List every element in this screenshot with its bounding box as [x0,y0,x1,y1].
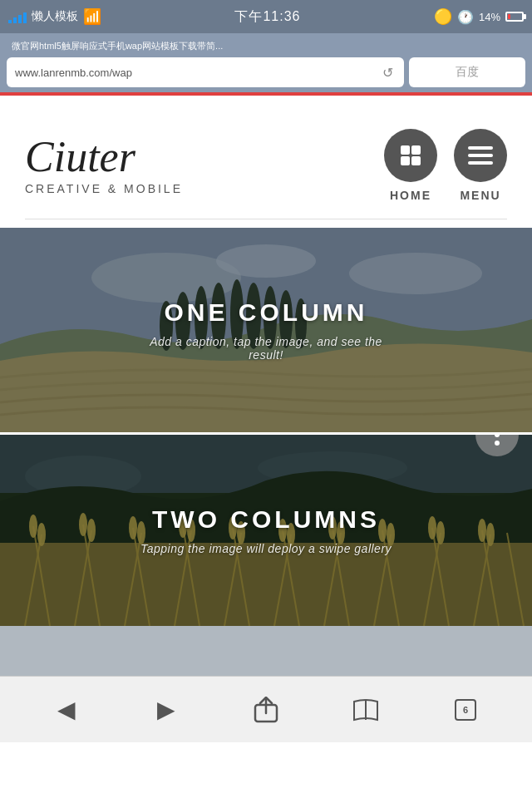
coin-icon: 🟡 [434,7,452,26]
home-icon [384,129,437,182]
search-placeholder: 百度 [456,65,479,80]
hero-two-title: TWO COLUMNS [140,505,392,534]
menu-button[interactable]: MENU [454,129,507,202]
status-right: 🟡 🕐 14% [434,7,524,26]
back-button[interactable]: ◀ [42,685,91,735]
search-bar[interactable]: 百度 [409,57,525,87]
wifi-icon: 📶 [83,7,101,26]
address-bar-container: 微官网html5触屏响应式手机wap网站模板下载带简... www.lanren… [0,33,532,92]
bottom-toolbar: ◀ ▶ 6 [0,676,532,742]
forward-button[interactable]: ▶ [141,685,191,735]
share-icon [254,697,278,723]
hero-one-text: ONE COLUMN Add a caption, tap the image,… [133,298,399,362]
top-spacer [0,96,532,104]
tabs-icon: 6 [455,699,476,721]
svg-rect-1 [411,145,421,155]
hero-two-text: TWO COLUMNS Tapping the image will deplo… [140,505,392,555]
signal-icon [8,10,27,23]
hero-two-caption: Tapping the image will deploy a swipe ga… [140,542,392,555]
forward-icon: ▶ [157,696,175,723]
svg-rect-6 [468,161,493,165]
pre-hero-spacer [0,219,532,228]
svg-rect-0 [401,145,410,155]
address-row: www.lanrenmb.com/wap ↺ 百度 [7,57,525,87]
logo-text: Ciuter [25,135,183,179]
logo-tagline: CREATIVE & MOBILE [25,182,183,195]
url-text: www.lanrenmb.com/wap [15,66,374,79]
gray-spacer [0,626,532,676]
hero-section-one[interactable]: ONE COLUMN Add a caption, tap the image,… [0,228,532,432]
nav-buttons: HOME MENU [384,129,507,202]
tab-title: 微官网html5触屏响应式手机wap网站模板下载带简... [7,38,525,54]
tabs-button[interactable]: 6 [441,685,490,735]
status-bar: 懒人模板 📶 下午11:36 🟡 🕐 14% [0,0,532,33]
hero-one-title: ONE COLUMN [133,298,399,327]
hero-one-caption: Add a caption, tap the image, and see th… [133,335,399,362]
carrier-label: 懒人模板 [32,9,78,24]
home-label: HOME [390,189,431,202]
share-button[interactable] [241,685,291,735]
battery-percent: 14% [479,11,500,23]
home-button[interactable]: HOME [384,129,437,202]
site-header: Ciuter CREATIVE & MOBILE HOME [0,104,532,219]
clock-icon: 🕐 [457,9,474,25]
bookmarks-button[interactable] [341,685,391,735]
logo-area: Ciuter CREATIVE & MOBILE [25,135,183,195]
reload-icon[interactable]: ↺ [379,64,396,81]
time-display: 下午11:36 [234,8,300,26]
bookmarks-icon [352,698,379,722]
svg-rect-3 [411,156,421,165]
svg-rect-4 [468,146,493,150]
battery-icon [505,12,524,22]
url-bar[interactable]: www.lanrenmb.com/wap ↺ [7,57,404,87]
scroll-dots [495,435,500,446]
menu-icon [454,129,507,182]
hero-section-two[interactable]: TWO COLUMNS Tapping the image will deplo… [0,435,532,626]
menu-label: MENU [460,189,500,202]
tabs-count: 6 [463,705,468,715]
svg-rect-2 [401,156,410,165]
status-left: 懒人模板 📶 [8,7,101,26]
back-icon: ◀ [57,696,76,723]
svg-rect-5 [468,154,493,157]
